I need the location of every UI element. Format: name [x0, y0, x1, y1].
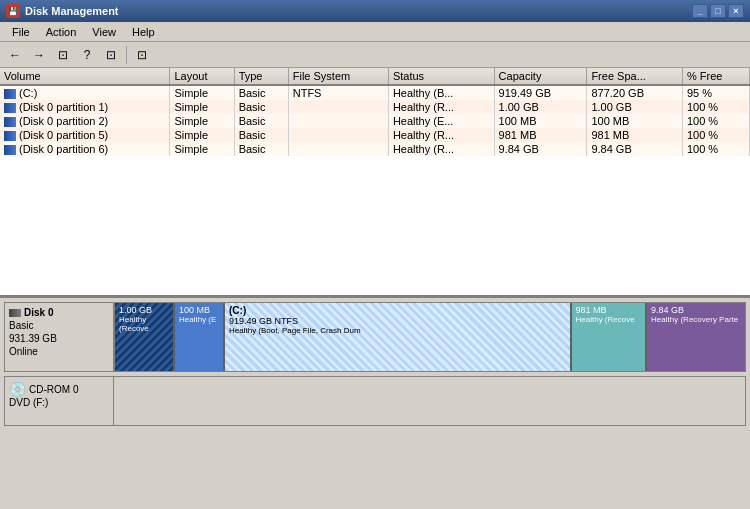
menu-help[interactable]: Help: [124, 24, 163, 40]
title-bar: 💾 Disk Management _ □ ×: [0, 0, 750, 22]
cell-status: Healthy (R...: [388, 128, 494, 142]
close-button[interactable]: ×: [728, 4, 744, 18]
cell-percentfree: 100 %: [682, 100, 749, 114]
cell-freespace: 877.20 GB: [587, 85, 683, 100]
menu-file[interactable]: File: [4, 24, 38, 40]
cell-capacity: 1.00 GB: [494, 100, 587, 114]
cell-percentfree: 100 %: [682, 128, 749, 142]
partition-1[interactable]: 100 MB Healthy (E: [175, 303, 225, 371]
maximize-button[interactable]: □: [710, 4, 726, 18]
partition-4[interactable]: 9.84 GB Healthy (Recovery Parte: [647, 303, 745, 371]
cell-volume: (C:): [0, 85, 170, 100]
menu-view[interactable]: View: [84, 24, 124, 40]
col-header-filesystem[interactable]: File System: [288, 68, 388, 85]
cell-layout: Simple: [170, 100, 234, 114]
cell-layout: Simple: [170, 142, 234, 156]
disk-0-entry: Disk 0 Basic 931.39 GB Online 1.00 GB He…: [4, 302, 746, 372]
menu-bar: File Action View Help: [0, 22, 750, 42]
cell-filesystem: [288, 114, 388, 128]
back-button[interactable]: ←: [4, 45, 26, 65]
partition-2[interactable]: (C:) 919.49 GB NTFS Healthy (Boot, Page …: [225, 303, 572, 371]
partition-0-size: 1.00 GB: [119, 305, 169, 315]
disk-panel: Disk 0 Basic 931.39 GB Online 1.00 GB He…: [0, 298, 750, 509]
partition-3-desc: Healthy (Recove: [576, 315, 642, 324]
col-header-layout[interactable]: Layout: [170, 68, 234, 85]
col-header-capacity[interactable]: Capacity: [494, 68, 587, 85]
cell-layout: Simple: [170, 85, 234, 100]
cdrom-0-partition: [114, 376, 746, 426]
disk-0-type: Basic: [9, 320, 109, 331]
cell-filesystem: [288, 128, 388, 142]
cell-type: Basic: [234, 114, 288, 128]
window-title: Disk Management: [25, 5, 119, 17]
col-header-volume[interactable]: Volume: [0, 68, 170, 85]
table-row[interactable]: (C:)SimpleBasicNTFSHealthy (B...919.49 G…: [0, 85, 750, 100]
cdrom-0-entry: 💿 CD-ROM 0 DVD (F:): [4, 376, 746, 426]
volume-panel: Volume Layout Type File System Status Ca…: [0, 68, 750, 298]
disk-0-name: Disk 0: [9, 307, 109, 318]
cell-filesystem: NTFS: [288, 85, 388, 100]
col-header-status[interactable]: Status: [388, 68, 494, 85]
cell-layout: Simple: [170, 128, 234, 142]
disk-0-status: Online: [9, 346, 109, 357]
cell-status: Healthy (B...: [388, 85, 494, 100]
cell-volume: (Disk 0 partition 5): [0, 128, 170, 142]
cell-freespace: 981 MB: [587, 128, 683, 142]
cell-type: Basic: [234, 128, 288, 142]
forward-button[interactable]: →: [28, 45, 50, 65]
table-row[interactable]: (Disk 0 partition 1)SimpleBasicHealthy (…: [0, 100, 750, 114]
toolbar: ← → ⊡ ? ⊡ ⊡: [0, 42, 750, 68]
cell-type: Basic: [234, 142, 288, 156]
cell-percentfree: 100 %: [682, 114, 749, 128]
partition-0-desc: Healthy (Recove: [119, 315, 169, 333]
menu-action[interactable]: Action: [38, 24, 85, 40]
help-button[interactable]: ?: [76, 45, 98, 65]
cell-status: Healthy (R...: [388, 100, 494, 114]
window-controls: _ □ ×: [692, 4, 744, 18]
cell-freespace: 9.84 GB: [587, 142, 683, 156]
partition-4-size: 9.84 GB: [651, 305, 741, 315]
disk-icon: [9, 309, 21, 317]
table-row[interactable]: (Disk 0 partition 5)SimpleBasicHealthy (…: [0, 128, 750, 142]
cell-capacity: 919.49 GB: [494, 85, 587, 100]
partition-4-desc: Healthy (Recovery Parte: [651, 315, 741, 324]
cell-status: Healthy (E...: [388, 114, 494, 128]
volume-table: Volume Layout Type File System Status Ca…: [0, 68, 750, 156]
table-row[interactable]: (Disk 0 partition 2)SimpleBasicHealthy (…: [0, 114, 750, 128]
cell-freespace: 1.00 GB: [587, 100, 683, 114]
col-header-freespace[interactable]: Free Spa...: [587, 68, 683, 85]
disk-0-title: Disk 0: [24, 307, 53, 318]
cell-percentfree: 100 %: [682, 142, 749, 156]
partition-2-name: (C:): [229, 305, 566, 316]
cell-volume: (Disk 0 partition 6): [0, 142, 170, 156]
partition-3[interactable]: 981 MB Healthy (Recove: [572, 303, 648, 371]
disk-0-label: Disk 0 Basic 931.39 GB Online: [4, 302, 114, 372]
partition-2-size: 919.49 GB NTFS: [229, 316, 566, 326]
main-content: Volume Layout Type File System Status Ca…: [0, 68, 750, 509]
cell-type: Basic: [234, 85, 288, 100]
disk-0-size: 931.39 GB: [9, 333, 109, 344]
toolbar-separator: [126, 46, 127, 64]
cell-layout: Simple: [170, 114, 234, 128]
partition-3-size: 981 MB: [576, 305, 642, 315]
cell-capacity: 9.84 GB: [494, 142, 587, 156]
partition-0[interactable]: 1.00 GB Healthy (Recove: [115, 303, 175, 371]
cell-filesystem: [288, 100, 388, 114]
partition-2-desc: Healthy (Boot, Page File, Crash Dum: [229, 326, 566, 335]
cell-capacity: 981 MB: [494, 128, 587, 142]
window-icon: 💾: [6, 4, 20, 18]
table-row[interactable]: (Disk 0 partition 6)SimpleBasicHealthy (…: [0, 142, 750, 156]
col-header-type[interactable]: Type: [234, 68, 288, 85]
toolbar-btn-6[interactable]: ⊡: [131, 45, 153, 65]
col-header-percentfree[interactable]: % Free: [682, 68, 749, 85]
cell-volume: (Disk 0 partition 2): [0, 114, 170, 128]
cell-filesystem: [288, 142, 388, 156]
toolbar-btn-5[interactable]: ⊡: [100, 45, 122, 65]
cell-type: Basic: [234, 100, 288, 114]
toolbar-btn-3[interactable]: ⊡: [52, 45, 74, 65]
cdrom-0-type: DVD (F:): [9, 397, 109, 408]
cell-capacity: 100 MB: [494, 114, 587, 128]
minimize-button[interactable]: _: [692, 4, 708, 18]
cell-percentfree: 95 %: [682, 85, 749, 100]
cell-volume: (Disk 0 partition 1): [0, 100, 170, 114]
